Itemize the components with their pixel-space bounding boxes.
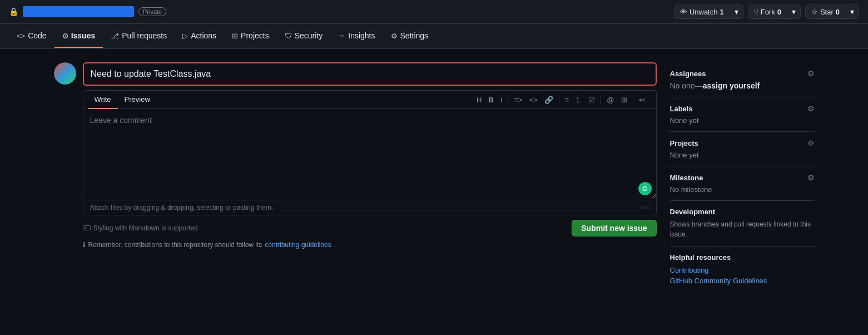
tab-issues[interactable]: ⊙ Issues xyxy=(54,24,103,48)
submit-issue-button[interactable]: Submit new issue xyxy=(572,220,656,237)
markdown-icon-small: MD xyxy=(83,224,91,232)
repo-name-bar xyxy=(23,6,134,17)
avatar xyxy=(54,62,76,85)
markdown-icon: MD xyxy=(641,205,649,210)
assign-yourself-link[interactable]: assign yourself xyxy=(703,81,760,90)
toolbar-italic-btn[interactable]: I xyxy=(498,95,505,105)
settings-icon: ⚙ xyxy=(391,32,398,40)
toolbar-quote-btn[interactable]: ≡> xyxy=(512,95,524,105)
star-label: Star xyxy=(820,8,834,16)
star-count: 0 xyxy=(836,8,840,16)
development-description: Shows branches and pull requests linked … xyxy=(670,219,815,239)
tab-actions[interactable]: ▷ Actions xyxy=(175,24,224,48)
assignees-value: No one—assign yourself xyxy=(670,81,815,90)
tab-pull-requests[interactable]: ⎇ Pull requests xyxy=(103,24,175,48)
issue-form: Write Preview H B I ≡> <> 🔗 xyxy=(54,62,657,292)
helpful-resources-title: Helpful resources xyxy=(670,253,815,262)
toolbar-task-list-btn[interactable]: ☑ xyxy=(586,95,597,105)
editor-tabs: Write Preview H B I ≡> <> 🔗 xyxy=(83,91,656,109)
tab-security[interactable]: 🛡 Security xyxy=(277,24,331,48)
private-badge: Private xyxy=(138,7,166,16)
comment-editor: Write Preview H B I ≡> <> 🔗 xyxy=(83,90,657,215)
svg-text:MD: MD xyxy=(83,226,87,230)
milestone-value: No milestone xyxy=(670,185,815,194)
topbar-right: 👁 Unwatch 1 ▾ ⑂ Fork 0 ▾ ☆ Star 0 ▾ xyxy=(674,4,859,19)
contributing-link[interactable]: Contributing xyxy=(670,266,815,274)
title-input[interactable] xyxy=(84,63,656,85)
assignees-title: Assignees xyxy=(670,70,706,78)
tab-insights[interactable]: ～ Insights xyxy=(330,24,383,48)
fork-button[interactable]: ⑂ Fork 0 ▾ xyxy=(748,4,801,19)
milestone-title: Milestone xyxy=(670,174,703,182)
eye-icon: 👁 xyxy=(680,8,687,16)
svg-text:MD: MD xyxy=(642,206,648,210)
editor-tab-group: Write Preview xyxy=(88,91,157,109)
title-input-wrapper xyxy=(83,62,657,86)
tab-write[interactable]: Write xyxy=(88,91,118,109)
tab-pr-label: Pull requests xyxy=(122,31,167,40)
sidebar-milestone-section: Milestone ⚙ No milestone xyxy=(670,166,815,200)
contribution-end: . xyxy=(334,241,336,249)
milestone-gear-icon[interactable]: ⚙ xyxy=(807,173,815,182)
toolbar-separator-1 xyxy=(508,95,508,104)
tab-code[interactable]: <> Code xyxy=(9,24,54,48)
sidebar-projects-section: Projects ⚙ None yet xyxy=(670,131,815,166)
projects-gear-icon[interactable]: ⚙ xyxy=(807,139,815,147)
star-button[interactable]: ☆ Star 0 ▾ xyxy=(805,4,859,19)
unwatch-count: 1 xyxy=(720,8,723,16)
star-icon: ☆ xyxy=(811,8,818,16)
unwatch-label: Unwatch xyxy=(690,8,718,16)
security-icon: 🛡 xyxy=(285,32,292,40)
form-actions: MD Styling with Markdown is supported Su… xyxy=(83,220,657,237)
unwatch-button[interactable]: 👁 Unwatch 1 ▾ xyxy=(674,4,743,19)
sidebar-labels-section: Labels ⚙ None yet xyxy=(670,97,815,131)
toolbar-heading-btn[interactable]: H xyxy=(474,95,484,105)
toolbar-ordered-list-btn[interactable]: 1. xyxy=(573,95,584,105)
grammarly-icon: G xyxy=(638,182,652,195)
labels-header: Labels ⚙ xyxy=(670,104,815,113)
tab-insights-label: Insights xyxy=(348,31,375,40)
tab-projects[interactable]: ⊞ Projects xyxy=(224,24,277,48)
write-tab-label: Write xyxy=(95,95,111,104)
code-icon: <> xyxy=(17,32,25,40)
comment-textarea[interactable] xyxy=(83,109,656,198)
projects-icon: ⊞ xyxy=(232,32,238,40)
topbar: 🔒 Private 👁 Unwatch 1 ▾ ⑂ Fork 0 ▾ ☆ xyxy=(0,0,868,24)
attach-text: Attach files by dragging & dropping, sel… xyxy=(90,204,274,211)
toolbar-bold-btn[interactable]: B xyxy=(486,95,495,105)
labels-gear-icon[interactable]: ⚙ xyxy=(807,104,815,113)
toolbar-mention-btn[interactable]: @ xyxy=(604,95,616,105)
assignees-gear-icon[interactable]: ⚙ xyxy=(807,69,815,78)
projects-value: None yet xyxy=(670,151,815,159)
insights-icon: ～ xyxy=(338,31,345,41)
contributing-guidelines-link[interactable]: contributing guidelines xyxy=(265,241,331,249)
tab-preview[interactable]: Preview xyxy=(118,91,157,109)
toolbar-reference-btn[interactable]: ⊞ xyxy=(619,95,629,105)
projects-title: Projects xyxy=(670,139,698,147)
toolbar-separator-2 xyxy=(559,95,559,104)
github-community-link[interactable]: GitHub Community Guidelines xyxy=(670,277,815,285)
lock-icon: 🔒 xyxy=(9,7,18,16)
attach-bar: Attach files by dragging & dropping, sel… xyxy=(83,200,656,215)
toolbar-code-btn[interactable]: <> xyxy=(527,95,540,105)
tab-settings-label: Settings xyxy=(400,31,429,40)
development-title: Development xyxy=(670,208,815,216)
labels-title: Labels xyxy=(670,105,693,113)
toolbar-unordered-list-btn[interactable]: ≡ xyxy=(563,95,572,105)
main-content: Write Preview H B I ≡> <> 🔗 xyxy=(45,49,824,305)
sidebar-development-section: Development Shows branches and pull requ… xyxy=(670,200,815,246)
editor-toolbar: H B I ≡> <> 🔗 ≡ 1. ☑ @ ⊞ xyxy=(470,92,651,107)
toolbar-link-btn[interactable]: 🔗 xyxy=(542,95,555,105)
form-body: Write Preview H B I ≡> <> 🔗 xyxy=(83,62,657,292)
pr-icon: ⎇ xyxy=(111,32,119,40)
tab-settings[interactable]: ⚙ Settings xyxy=(383,24,437,48)
preview-tab-label: Preview xyxy=(125,95,150,104)
topbar-left: 🔒 Private xyxy=(9,6,166,17)
info-icon: ℹ xyxy=(83,241,86,249)
toolbar-undo-btn[interactable]: ↩ xyxy=(637,95,647,105)
tab-security-label: Security xyxy=(295,31,323,40)
toolbar-separator-3 xyxy=(601,95,601,104)
fork-count: 0 xyxy=(777,8,781,16)
tab-issues-label: Issues xyxy=(71,31,96,40)
issues-icon: ⊙ xyxy=(62,32,68,40)
